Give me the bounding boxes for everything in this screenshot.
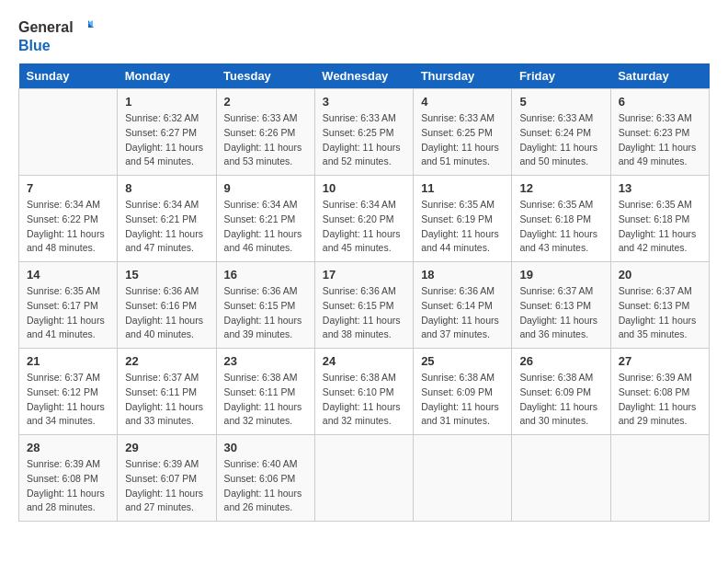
- calendar-cell: 9Sunrise: 6:34 AM Sunset: 6:21 PM Daylig…: [216, 176, 314, 262]
- day-number: 29: [125, 441, 208, 454]
- weekday-header-thursday: Thursday: [414, 63, 512, 89]
- calendar-body: 1Sunrise: 6:32 AM Sunset: 6:27 PM Daylig…: [19, 89, 710, 522]
- logo-container: General Blue: [18, 18, 94, 54]
- logo-general: General: [18, 18, 74, 36]
- day-number: 30: [224, 441, 307, 454]
- day-number: 19: [519, 268, 602, 282]
- day-number: 4: [421, 95, 504, 109]
- day-number: 12: [519, 181, 602, 195]
- weekday-header-friday: Friday: [512, 63, 610, 89]
- day-info: Sunrise: 6:36 AM Sunset: 6:15 PM Dayligh…: [323, 284, 405, 342]
- calendar-cell: [512, 435, 610, 522]
- day-info: Sunrise: 6:36 AM Sunset: 6:14 PM Dayligh…: [421, 284, 504, 342]
- day-info: Sunrise: 6:35 AM Sunset: 6:17 PM Dayligh…: [27, 284, 109, 342]
- week-row-3: 14Sunrise: 6:35 AM Sunset: 6:17 PM Dayli…: [19, 262, 710, 349]
- weekday-header-monday: Monday: [118, 63, 216, 89]
- week-row-2: 7Sunrise: 6:34 AM Sunset: 6:22 PM Daylig…: [19, 176, 710, 262]
- day-number: 23: [224, 354, 307, 368]
- day-number: 25: [421, 354, 504, 368]
- day-info: Sunrise: 6:34 AM Sunset: 6:22 PM Dayligh…: [27, 198, 109, 256]
- day-info: Sunrise: 6:33 AM Sunset: 6:25 PM Dayligh…: [421, 111, 504, 169]
- day-number: 2: [224, 95, 307, 109]
- day-info: Sunrise: 6:36 AM Sunset: 6:15 PM Dayligh…: [224, 284, 307, 342]
- day-number: 7: [27, 181, 109, 195]
- calendar-cell: 18Sunrise: 6:36 AM Sunset: 6:14 PM Dayli…: [414, 262, 512, 349]
- calendar-cell: 1Sunrise: 6:32 AM Sunset: 6:27 PM Daylig…: [118, 89, 216, 176]
- day-number: 17: [323, 268, 405, 282]
- day-info: Sunrise: 6:33 AM Sunset: 6:25 PM Dayligh…: [323, 111, 405, 169]
- day-number: 26: [519, 354, 602, 368]
- day-info: Sunrise: 6:33 AM Sunset: 6:26 PM Dayligh…: [224, 111, 307, 169]
- calendar-cell: [610, 435, 709, 522]
- calendar-cell: 19Sunrise: 6:37 AM Sunset: 6:13 PM Dayli…: [512, 262, 610, 349]
- day-info: Sunrise: 6:37 AM Sunset: 6:11 PM Dayligh…: [125, 371, 208, 429]
- day-info: Sunrise: 6:36 AM Sunset: 6:16 PM Dayligh…: [125, 284, 208, 342]
- calendar-cell: 5Sunrise: 6:33 AM Sunset: 6:24 PM Daylig…: [512, 89, 610, 176]
- day-info: Sunrise: 6:38 AM Sunset: 6:09 PM Dayligh…: [421, 371, 504, 429]
- week-row-1: 1Sunrise: 6:32 AM Sunset: 6:27 PM Daylig…: [19, 89, 710, 176]
- day-info: Sunrise: 6:37 AM Sunset: 6:12 PM Dayligh…: [27, 371, 109, 429]
- day-number: 5: [519, 95, 602, 109]
- calendar-cell: 10Sunrise: 6:34 AM Sunset: 6:20 PM Dayli…: [314, 176, 413, 262]
- day-info: Sunrise: 6:38 AM Sunset: 6:10 PM Dayligh…: [323, 371, 405, 429]
- day-number: 15: [125, 268, 208, 282]
- day-info: Sunrise: 6:38 AM Sunset: 6:11 PM Dayligh…: [224, 371, 307, 429]
- week-row-4: 21Sunrise: 6:37 AM Sunset: 6:12 PM Dayli…: [19, 349, 710, 435]
- day-number: 14: [27, 268, 109, 282]
- day-number: 21: [27, 354, 109, 368]
- calendar-cell: 3Sunrise: 6:33 AM Sunset: 6:25 PM Daylig…: [314, 89, 413, 176]
- calendar-header: SundayMondayTuesdayWednesdayThursdayFrid…: [19, 63, 710, 89]
- day-number: 9: [224, 181, 307, 195]
- calendar-cell: 17Sunrise: 6:36 AM Sunset: 6:15 PM Dayli…: [314, 262, 413, 349]
- day-number: 18: [421, 268, 504, 282]
- calendar-cell: 23Sunrise: 6:38 AM Sunset: 6:11 PM Dayli…: [216, 349, 314, 435]
- calendar-table: SundayMondayTuesdayWednesdayThursdayFrid…: [18, 63, 710, 522]
- day-info: Sunrise: 6:35 AM Sunset: 6:19 PM Dayligh…: [421, 198, 504, 256]
- calendar-cell: 26Sunrise: 6:38 AM Sunset: 6:09 PM Dayli…: [512, 349, 610, 435]
- day-info: Sunrise: 6:34 AM Sunset: 6:21 PM Dayligh…: [224, 198, 307, 256]
- day-info: Sunrise: 6:34 AM Sunset: 6:21 PM Dayligh…: [125, 198, 208, 256]
- calendar-cell: 13Sunrise: 6:35 AM Sunset: 6:18 PM Dayli…: [610, 176, 709, 262]
- day-number: 28: [27, 441, 109, 454]
- calendar-cell: 6Sunrise: 6:33 AM Sunset: 6:23 PM Daylig…: [610, 89, 709, 176]
- calendar-cell: 16Sunrise: 6:36 AM Sunset: 6:15 PM Dayli…: [216, 262, 314, 349]
- day-number: 16: [224, 268, 307, 282]
- logo-blue: Blue: [18, 37, 94, 54]
- logo-bird-icon: [75, 18, 94, 37]
- calendar-cell: [19, 89, 118, 176]
- day-number: 24: [323, 354, 405, 368]
- calendar-cell: 2Sunrise: 6:33 AM Sunset: 6:26 PM Daylig…: [216, 89, 314, 176]
- calendar-cell: 14Sunrise: 6:35 AM Sunset: 6:17 PM Dayli…: [19, 262, 118, 349]
- calendar-cell: 28Sunrise: 6:39 AM Sunset: 6:08 PM Dayli…: [19, 435, 118, 522]
- header: General Blue: [18, 18, 710, 54]
- weekday-header-saturday: Saturday: [610, 63, 709, 89]
- calendar-cell: 29Sunrise: 6:39 AM Sunset: 6:07 PM Dayli…: [118, 435, 216, 522]
- week-row-5: 28Sunrise: 6:39 AM Sunset: 6:08 PM Dayli…: [19, 435, 710, 522]
- day-number: 1: [125, 95, 208, 109]
- day-info: Sunrise: 6:32 AM Sunset: 6:27 PM Dayligh…: [125, 111, 208, 169]
- day-number: 27: [619, 354, 701, 368]
- day-number: 6: [619, 95, 701, 109]
- calendar-cell: 30Sunrise: 6:40 AM Sunset: 6:06 PM Dayli…: [216, 435, 314, 522]
- logo: General Blue: [18, 18, 94, 54]
- day-info: Sunrise: 6:37 AM Sunset: 6:13 PM Dayligh…: [619, 284, 701, 342]
- day-info: Sunrise: 6:33 AM Sunset: 6:23 PM Dayligh…: [619, 111, 701, 169]
- weekday-header-row: SundayMondayTuesdayWednesdayThursdayFrid…: [19, 63, 710, 89]
- calendar-cell: 15Sunrise: 6:36 AM Sunset: 6:16 PM Dayli…: [118, 262, 216, 349]
- day-number: 11: [421, 181, 504, 195]
- day-info: Sunrise: 6:39 AM Sunset: 6:08 PM Dayligh…: [619, 371, 701, 429]
- day-number: 20: [619, 268, 701, 282]
- calendar-cell: 4Sunrise: 6:33 AM Sunset: 6:25 PM Daylig…: [414, 89, 512, 176]
- day-info: Sunrise: 6:33 AM Sunset: 6:24 PM Dayligh…: [519, 111, 602, 169]
- calendar-cell: 21Sunrise: 6:37 AM Sunset: 6:12 PM Dayli…: [19, 349, 118, 435]
- calendar-cell: 20Sunrise: 6:37 AM Sunset: 6:13 PM Dayli…: [610, 262, 709, 349]
- calendar-cell: 24Sunrise: 6:38 AM Sunset: 6:10 PM Dayli…: [314, 349, 413, 435]
- day-number: 22: [125, 354, 208, 368]
- day-info: Sunrise: 6:35 AM Sunset: 6:18 PM Dayligh…: [519, 198, 602, 256]
- calendar-cell: 27Sunrise: 6:39 AM Sunset: 6:08 PM Dayli…: [610, 349, 709, 435]
- calendar-cell: 7Sunrise: 6:34 AM Sunset: 6:22 PM Daylig…: [19, 176, 118, 262]
- weekday-header-tuesday: Tuesday: [216, 63, 314, 89]
- day-number: 3: [323, 95, 405, 109]
- calendar-cell: 11Sunrise: 6:35 AM Sunset: 6:19 PM Dayli…: [414, 176, 512, 262]
- day-info: Sunrise: 6:39 AM Sunset: 6:08 PM Dayligh…: [27, 457, 109, 515]
